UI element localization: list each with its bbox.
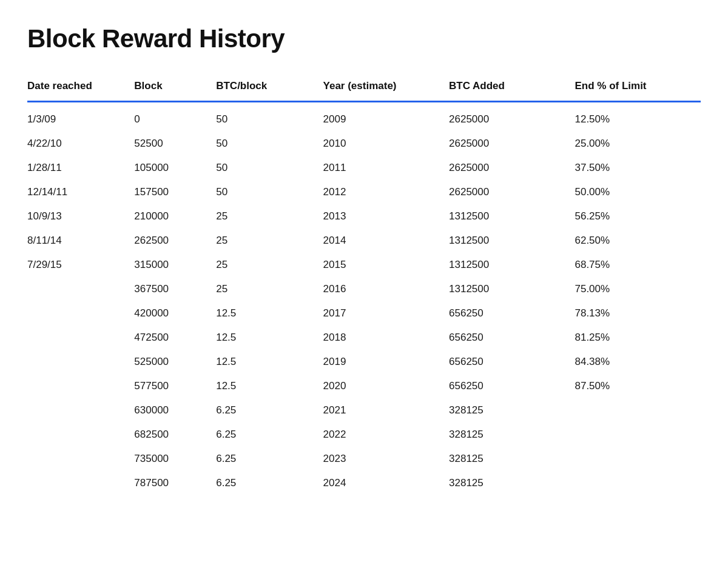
cell-year: 2010 bbox=[323, 132, 449, 156]
table-row: 57750012.5202065625087.50% bbox=[27, 374, 701, 398]
column-header-btcadded: BTC Added bbox=[449, 78, 575, 102]
cell-btcblock: 12.5 bbox=[216, 326, 323, 350]
cell-btcadded: 2625000 bbox=[449, 156, 575, 180]
table-row: 7/29/15315000252015131250068.75% bbox=[27, 253, 701, 277]
column-header-block: Block bbox=[134, 78, 216, 102]
cell-btcblock: 50 bbox=[216, 102, 323, 132]
cell-date: 12/14/11 bbox=[27, 180, 134, 204]
cell-btcadded: 1312500 bbox=[449, 229, 575, 253]
cell-year: 2015 bbox=[323, 253, 449, 277]
cell-btcblock: 12.5 bbox=[216, 301, 323, 326]
cell-year: 2022 bbox=[323, 423, 449, 447]
table-row: 52500012.5201965625084.38% bbox=[27, 350, 701, 374]
block-reward-table: Date reached Block BTC/block Year (estim… bbox=[27, 78, 701, 495]
cell-btcblock: 6.25 bbox=[216, 471, 323, 495]
cell-endlimit: 62.50% bbox=[575, 229, 701, 253]
cell-btcadded: 2625000 bbox=[449, 132, 575, 156]
cell-year: 2014 bbox=[323, 229, 449, 253]
table-row: 47250012.5201865625081.25% bbox=[27, 326, 701, 350]
table-header-row: Date reached Block BTC/block Year (estim… bbox=[27, 78, 701, 102]
table-row: 4/22/1052500502010262500025.00% bbox=[27, 132, 701, 156]
cell-date: 10/9/13 bbox=[27, 204, 134, 229]
cell-year: 2024 bbox=[323, 471, 449, 495]
cell-btcadded: 2625000 bbox=[449, 102, 575, 132]
cell-endlimit: 75.00% bbox=[575, 277, 701, 301]
table-row: 8/11/14262500252014131250062.50% bbox=[27, 229, 701, 253]
cell-year: 2011 bbox=[323, 156, 449, 180]
table-row: 10/9/13210000252013131250056.25% bbox=[27, 204, 701, 229]
cell-date bbox=[27, 326, 134, 350]
cell-btcblock: 25 bbox=[216, 204, 323, 229]
cell-year: 2013 bbox=[323, 204, 449, 229]
table-row: 1/28/11105000502011262500037.50% bbox=[27, 156, 701, 180]
table-row: 7875006.252024328125 bbox=[27, 471, 701, 495]
cell-btcblock: 25 bbox=[216, 253, 323, 277]
cell-btcblock: 6.25 bbox=[216, 423, 323, 447]
column-header-btcblock: BTC/block bbox=[216, 78, 323, 102]
cell-block: 0 bbox=[134, 102, 216, 132]
cell-btcblock: 6.25 bbox=[216, 398, 323, 423]
cell-date: 7/29/15 bbox=[27, 253, 134, 277]
cell-date: 1/3/09 bbox=[27, 102, 134, 132]
table-row: 6825006.252022328125 bbox=[27, 423, 701, 447]
cell-endlimit: 56.25% bbox=[575, 204, 701, 229]
cell-btcadded: 1312500 bbox=[449, 204, 575, 229]
cell-endlimit: 12.50% bbox=[575, 102, 701, 132]
table-row: 12/14/11157500502012262500050.00% bbox=[27, 180, 701, 204]
table-row: 1/3/090502009262500012.50% bbox=[27, 102, 701, 132]
page-title: Block Reward History bbox=[27, 24, 701, 53]
cell-block: 157500 bbox=[134, 180, 216, 204]
cell-block: 472500 bbox=[134, 326, 216, 350]
column-header-date: Date reached bbox=[27, 78, 134, 102]
cell-date: 4/22/10 bbox=[27, 132, 134, 156]
cell-endlimit bbox=[575, 423, 701, 447]
cell-year: 2018 bbox=[323, 326, 449, 350]
cell-btcadded: 328125 bbox=[449, 471, 575, 495]
cell-block: 525000 bbox=[134, 350, 216, 374]
cell-btcadded: 656250 bbox=[449, 350, 575, 374]
cell-block: 787500 bbox=[134, 471, 216, 495]
cell-block: 682500 bbox=[134, 423, 216, 447]
cell-date: 1/28/11 bbox=[27, 156, 134, 180]
cell-year: 2012 bbox=[323, 180, 449, 204]
cell-block: 735000 bbox=[134, 447, 216, 471]
cell-endlimit: 50.00% bbox=[575, 180, 701, 204]
cell-btcblock: 25 bbox=[216, 277, 323, 301]
cell-btcadded: 656250 bbox=[449, 374, 575, 398]
cell-btcadded: 328125 bbox=[449, 398, 575, 423]
cell-endlimit: 37.50% bbox=[575, 156, 701, 180]
cell-btcblock: 6.25 bbox=[216, 447, 323, 471]
cell-block: 315000 bbox=[134, 253, 216, 277]
cell-btcadded: 656250 bbox=[449, 326, 575, 350]
cell-block: 52500 bbox=[134, 132, 216, 156]
cell-block: 210000 bbox=[134, 204, 216, 229]
cell-year: 2009 bbox=[323, 102, 449, 132]
cell-btcadded: 328125 bbox=[449, 423, 575, 447]
cell-year: 2020 bbox=[323, 374, 449, 398]
column-header-endlimit: End % of Limit bbox=[575, 78, 701, 102]
table-row: 42000012.5201765625078.13% bbox=[27, 301, 701, 326]
cell-btcadded: 1312500 bbox=[449, 277, 575, 301]
cell-block: 420000 bbox=[134, 301, 216, 326]
cell-date bbox=[27, 423, 134, 447]
cell-date bbox=[27, 277, 134, 301]
cell-btcadded: 2625000 bbox=[449, 180, 575, 204]
cell-endlimit bbox=[575, 471, 701, 495]
cell-date bbox=[27, 471, 134, 495]
cell-btcblock: 50 bbox=[216, 180, 323, 204]
cell-date: 8/11/14 bbox=[27, 229, 134, 253]
cell-btcadded: 1312500 bbox=[449, 253, 575, 277]
cell-year: 2023 bbox=[323, 447, 449, 471]
cell-block: 630000 bbox=[134, 398, 216, 423]
cell-btcadded: 656250 bbox=[449, 301, 575, 326]
cell-endlimit: 84.38% bbox=[575, 350, 701, 374]
cell-year: 2017 bbox=[323, 301, 449, 326]
table-row: 367500252016131250075.00% bbox=[27, 277, 701, 301]
cell-block: 262500 bbox=[134, 229, 216, 253]
cell-block: 105000 bbox=[134, 156, 216, 180]
cell-date bbox=[27, 398, 134, 423]
cell-btcblock: 12.5 bbox=[216, 374, 323, 398]
table-row: 6300006.252021328125 bbox=[27, 398, 701, 423]
cell-btcblock: 12.5 bbox=[216, 350, 323, 374]
cell-block: 577500 bbox=[134, 374, 216, 398]
